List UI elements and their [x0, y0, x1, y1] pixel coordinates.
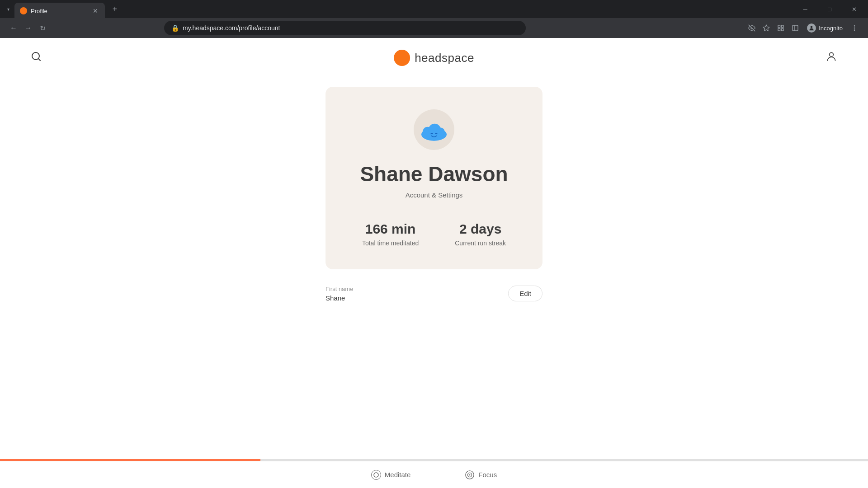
svg-rect-6 — [793, 25, 798, 31]
page-content: headspace — [0, 38, 868, 488]
meditation-value: 166 min — [365, 221, 416, 237]
logo-text: headspace — [415, 51, 474, 65]
focus-label: Focus — [478, 471, 497, 479]
first-name-row: First name Shane Edit — [326, 278, 542, 309]
svg-point-8 — [811, 26, 813, 28]
logo-circle — [394, 50, 410, 66]
first-name-field: First name Shane — [326, 286, 353, 302]
svg-rect-4 — [782, 28, 784, 31]
account-settings-link[interactable]: Account & Settings — [406, 191, 463, 199]
url-text: my.headspace.com/profile/account — [183, 24, 280, 32]
first-name-value: Shane — [326, 294, 353, 302]
address-bar: ← → ↻ 🔒 my.headspace.com/profile/account — [0, 18, 868, 38]
star-icon[interactable] — [760, 22, 773, 34]
close-button[interactable]: ✕ — [844, 2, 864, 16]
forward-button[interactable]: → — [22, 22, 34, 34]
tab-title: Profile — [31, 8, 88, 14]
minimize-button[interactable]: ─ — [795, 2, 816, 16]
cloud-icon — [418, 117, 450, 142]
toolbar-right: Incognito — [745, 22, 861, 34]
svg-point-21 — [374, 473, 378, 477]
site-header: headspace — [0, 38, 868, 78]
nav-controls: ← → ↻ — [7, 22, 49, 34]
sidebar-icon[interactable] — [789, 22, 802, 34]
eye-off-icon[interactable] — [745, 22, 758, 34]
tab-history-button[interactable]: ▾ — [4, 3, 13, 15]
streak-label: Current run streak — [455, 239, 506, 247]
search-button[interactable] — [27, 47, 45, 68]
new-tab-button[interactable]: + — [108, 3, 121, 15]
focus-icon — [465, 470, 475, 480]
browser-chrome: ▾ Profile ✕ + ─ □ ✕ ← → ↻ 🔒 my.headspace… — [0, 0, 868, 38]
focus-nav-item[interactable]: Focus — [465, 470, 497, 480]
extensions-icon[interactable] — [774, 22, 787, 34]
form-area: First name Shane Edit — [326, 278, 542, 309]
stats-row: 166 min Total time meditated 2 days Curr… — [353, 221, 515, 247]
svg-point-24 — [469, 474, 471, 475]
meditate-nav-item[interactable]: Meditate — [371, 470, 411, 480]
svg-marker-1 — [764, 25, 769, 31]
tab-favicon — [20, 7, 27, 14]
svg-point-18 — [436, 127, 445, 136]
url-bar[interactable]: 🔒 my.headspace.com/profile/account — [164, 21, 526, 35]
menu-button[interactable] — [848, 22, 861, 34]
streak-stat: 2 days Current run streak — [455, 221, 506, 247]
profile-card: Shane Dawson Account & Settings 166 min … — [326, 87, 542, 269]
reload-button[interactable]: ↻ — [36, 22, 49, 34]
tab-bar: ▾ Profile ✕ + ─ □ ✕ — [0, 0, 868, 18]
svg-rect-3 — [782, 25, 784, 28]
streak-value: 2 days — [459, 221, 501, 237]
scroll-indicator — [0, 459, 868, 461]
svg-point-11 — [854, 30, 854, 30]
meditation-label: Total time meditated — [362, 239, 419, 247]
first-name-label: First name — [326, 286, 353, 292]
avatar — [414, 109, 454, 150]
svg-rect-2 — [778, 25, 780, 28]
incognito-label: Incognito — [819, 25, 843, 32]
back-button[interactable]: ← — [7, 22, 20, 34]
bottom-nav: Meditate Focus — [0, 461, 868, 488]
profile-container: Shane Dawson Account & Settings 166 min … — [0, 78, 868, 327]
logo[interactable]: headspace — [394, 50, 474, 66]
window-controls: ─ □ ✕ — [795, 2, 864, 16]
active-tab[interactable]: Profile ✕ — [14, 3, 105, 19]
meditation-stat: 166 min Total time meditated — [362, 221, 419, 247]
svg-point-10 — [854, 28, 854, 28]
incognito-icon — [807, 23, 816, 33]
svg-point-14 — [830, 52, 834, 56]
meditate-label: Meditate — [385, 471, 411, 479]
maximize-button[interactable]: □ — [819, 2, 840, 16]
incognito-button[interactable]: Incognito — [803, 22, 846, 34]
profile-name: Shane Dawson — [360, 163, 508, 186]
user-account-button[interactable] — [822, 47, 841, 69]
svg-point-9 — [854, 26, 854, 26]
tab-close-button[interactable]: ✕ — [91, 7, 99, 15]
scroll-thumb[interactable] — [0, 459, 260, 461]
meditate-icon — [371, 470, 381, 480]
svg-rect-5 — [778, 28, 780, 31]
security-icon: 🔒 — [171, 24, 179, 32]
svg-line-13 — [38, 59, 40, 61]
edit-button[interactable]: Edit — [508, 286, 542, 301]
